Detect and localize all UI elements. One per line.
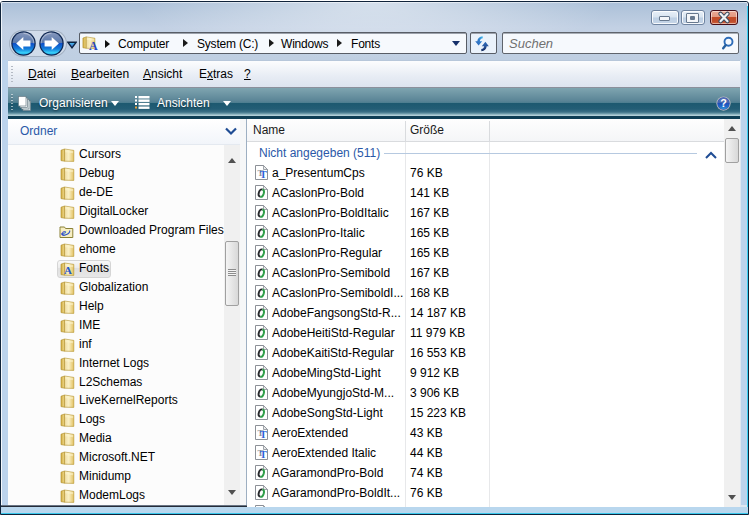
svg-text:e: e — [62, 227, 67, 238]
svg-text:T: T — [260, 449, 267, 460]
svg-text:T: T — [260, 429, 267, 440]
svg-text:T: T — [260, 169, 267, 180]
svg-text:?: ? — [720, 97, 727, 109]
